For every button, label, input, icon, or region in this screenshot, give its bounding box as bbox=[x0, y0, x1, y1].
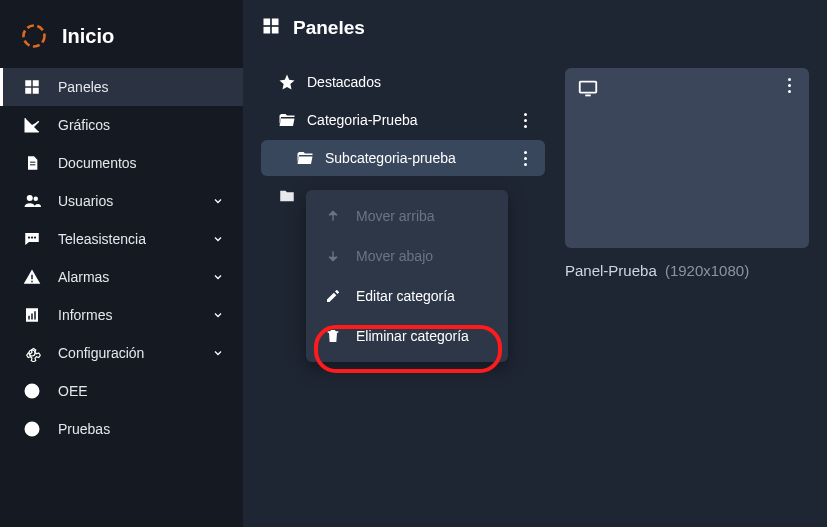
nav-label: OEE bbox=[58, 383, 225, 399]
panel-caption: Panel-Prueba (1920x1080) bbox=[565, 262, 809, 279]
nav-label: Gráficos bbox=[58, 117, 225, 133]
svg-rect-2 bbox=[33, 80, 39, 86]
more-icon[interactable] bbox=[517, 113, 533, 128]
warning-icon bbox=[22, 268, 42, 286]
tree-subcategory-label: Subcategoria-prueba bbox=[325, 150, 507, 166]
svg-point-7 bbox=[27, 195, 33, 201]
chat-icon bbox=[22, 230, 42, 248]
nav: PanelesGráficosDocumentosUsuariosTeleasi… bbox=[0, 68, 243, 448]
chevron-down-icon bbox=[211, 233, 225, 245]
users-icon bbox=[22, 192, 42, 210]
tree-category[interactable]: Categoria-Prueba bbox=[261, 102, 545, 138]
svg-point-20 bbox=[34, 393, 36, 395]
svg-rect-6 bbox=[30, 164, 35, 165]
svg-rect-17 bbox=[34, 311, 36, 319]
tree-category-label: Categoria-Prueba bbox=[307, 112, 507, 128]
nav-item-ban[interactable]: Pruebas bbox=[0, 410, 243, 448]
nav-item-document[interactable]: Documentos bbox=[0, 144, 243, 182]
arrow-up-icon bbox=[324, 208, 342, 224]
svg-rect-16 bbox=[31, 314, 33, 320]
gear-icon bbox=[22, 344, 42, 362]
edit-icon bbox=[324, 288, 342, 304]
document-icon bbox=[22, 154, 42, 172]
svg-point-0 bbox=[24, 26, 45, 47]
chevron-down-icon bbox=[211, 347, 225, 359]
svg-point-8 bbox=[34, 197, 39, 202]
tree-subcategory[interactable]: Subcategoria-prueba bbox=[261, 140, 545, 176]
ctx-delete-label: Eliminar categoría bbox=[356, 328, 469, 344]
nav-item-users[interactable]: Usuarios bbox=[0, 182, 243, 220]
svg-rect-26 bbox=[264, 27, 271, 34]
nav-label: Informes bbox=[58, 307, 195, 323]
panel-size: (1920x1080) bbox=[665, 262, 749, 279]
panel-area: Panel-Prueba (1920x1080) bbox=[565, 16, 809, 511]
tree-featured-label: Destacados bbox=[307, 74, 533, 90]
nav-item-percent[interactable]: OEE bbox=[0, 372, 243, 410]
svg-rect-29 bbox=[585, 95, 591, 97]
svg-point-19 bbox=[28, 387, 30, 389]
folder-open-icon bbox=[295, 149, 315, 167]
nav-label: Teleasistencia bbox=[58, 231, 195, 247]
svg-rect-13 bbox=[31, 281, 33, 283]
percent-icon bbox=[22, 382, 42, 400]
panels-icon bbox=[261, 16, 281, 40]
arrow-down-icon bbox=[324, 248, 342, 264]
svg-rect-24 bbox=[264, 19, 271, 26]
svg-rect-12 bbox=[31, 275, 33, 280]
svg-rect-3 bbox=[25, 88, 31, 94]
svg-rect-5 bbox=[30, 162, 35, 163]
monitor-icon bbox=[577, 78, 599, 104]
ctx-move-up: Mover arriba bbox=[306, 196, 508, 236]
more-icon[interactable] bbox=[517, 151, 533, 166]
brand-logo-icon bbox=[20, 22, 48, 50]
page-header: Paneles bbox=[261, 16, 545, 40]
chevron-down-icon bbox=[211, 309, 225, 321]
report-icon bbox=[22, 306, 42, 324]
more-icon[interactable] bbox=[781, 78, 797, 93]
ctx-delete[interactable]: Eliminar categoría bbox=[306, 316, 508, 356]
page-title: Paneles bbox=[293, 17, 365, 39]
panel-name: Panel-Prueba bbox=[565, 262, 657, 279]
svg-rect-28 bbox=[580, 82, 597, 93]
svg-point-11 bbox=[34, 236, 36, 238]
nav-item-warning[interactable]: Alarmas bbox=[0, 258, 243, 296]
nav-item-chart[interactable]: Gráficos bbox=[0, 106, 243, 144]
ctx-edit-label: Editar categoría bbox=[356, 288, 455, 304]
folder-open-icon bbox=[277, 111, 297, 129]
nav-label: Paneles bbox=[58, 79, 225, 95]
sidebar: Inicio PanelesGráficosDocumentosUsuarios… bbox=[0, 0, 243, 527]
nav-item-gear[interactable]: Configuración bbox=[0, 334, 243, 372]
ban-icon bbox=[22, 420, 42, 438]
svg-rect-27 bbox=[272, 27, 279, 34]
svg-rect-25 bbox=[272, 19, 279, 26]
chevron-down-icon bbox=[211, 271, 225, 283]
nav-label: Documentos bbox=[58, 155, 225, 171]
svg-rect-4 bbox=[33, 88, 39, 94]
nav-item-dashboard[interactable]: Paneles bbox=[0, 68, 243, 106]
ctx-edit[interactable]: Editar categoría bbox=[306, 276, 508, 316]
ctx-move-up-label: Mover arriba bbox=[356, 208, 435, 224]
nav-item-report[interactable]: Informes bbox=[0, 296, 243, 334]
nav-label: Pruebas bbox=[58, 421, 225, 437]
chart-icon bbox=[22, 116, 42, 134]
svg-point-9 bbox=[28, 236, 30, 238]
trash-icon bbox=[324, 328, 342, 344]
nav-label: Usuarios bbox=[58, 193, 195, 209]
tree-featured[interactable]: Destacados bbox=[261, 64, 545, 100]
svg-point-10 bbox=[31, 236, 33, 238]
nav-item-chat[interactable]: Teleasistencia bbox=[0, 220, 243, 258]
nav-label: Configuración bbox=[58, 345, 195, 361]
context-menu: Mover arriba Mover abajo Editar categorí… bbox=[306, 190, 508, 362]
ctx-move-down: Mover abajo bbox=[306, 236, 508, 276]
svg-rect-15 bbox=[28, 316, 30, 320]
dashboard-icon bbox=[22, 78, 42, 96]
chevron-down-icon bbox=[211, 195, 225, 207]
svg-rect-1 bbox=[25, 80, 31, 86]
brand[interactable]: Inicio bbox=[0, 14, 243, 68]
folder-icon bbox=[277, 187, 297, 205]
ctx-move-down-label: Mover abajo bbox=[356, 248, 433, 264]
star-icon bbox=[277, 73, 297, 91]
nav-label: Alarmas bbox=[58, 269, 195, 285]
brand-title: Inicio bbox=[62, 25, 114, 48]
panel-card[interactable] bbox=[565, 68, 809, 248]
